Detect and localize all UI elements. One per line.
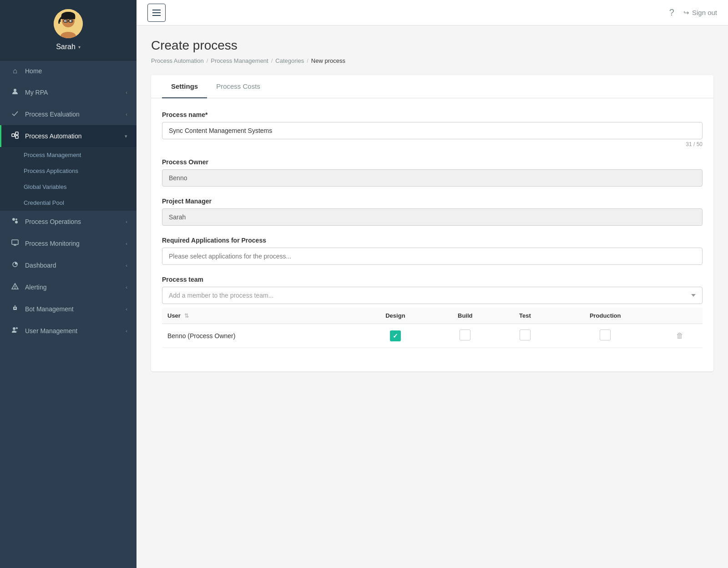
process-operations-icon bbox=[10, 217, 20, 226]
svg-point-31 bbox=[13, 327, 15, 330]
required-apps-input[interactable] bbox=[162, 248, 703, 265]
user-management-arrow-icon: ‹ bbox=[126, 328, 127, 334]
process-team-group: Process team Add a member to the process… bbox=[162, 276, 703, 348]
my-rpa-icon bbox=[10, 88, 20, 97]
signout-icon: ↪ bbox=[683, 9, 689, 17]
sidebar-sub-item-global-variables[interactable]: Global Variables bbox=[0, 179, 136, 195]
sidebar-item-user-management-label: User Management bbox=[25, 327, 120, 335]
signout-label: Sign out bbox=[692, 9, 717, 16]
tab-process-costs[interactable]: Process Costs bbox=[207, 75, 269, 98]
alerting-icon bbox=[10, 283, 20, 292]
breadcrumb-sep-2: / bbox=[271, 57, 273, 64]
table-row: Benno (Process Owner) bbox=[162, 324, 703, 348]
table-cell-build[interactable] bbox=[433, 324, 497, 348]
help-button[interactable]: ? bbox=[669, 7, 674, 18]
breadcrumb-current: New process bbox=[311, 57, 345, 64]
content-area: Create process Process Automation / Proc… bbox=[136, 25, 728, 568]
breadcrumb-item-categories[interactable]: Categories bbox=[275, 57, 304, 64]
sidebar-item-dashboard-label: Dashboard bbox=[25, 262, 120, 269]
table-header-test: Test bbox=[497, 308, 553, 324]
sidebar-item-bot-management[interactable]: Bot Management ‹ bbox=[0, 298, 136, 320]
process-name-char-count: 31 / 50 bbox=[162, 141, 703, 147]
table-cell-production[interactable] bbox=[553, 324, 657, 348]
required-apps-label: Required Applications for Process bbox=[162, 237, 703, 244]
sort-icon[interactable]: ⇅ bbox=[184, 313, 189, 319]
design-checkbox-checked[interactable] bbox=[390, 330, 401, 341]
tab-settings[interactable]: Settings bbox=[162, 75, 207, 98]
sidebar-sub-item-credential-pool[interactable]: Credential Pool bbox=[0, 195, 136, 211]
sidebar-item-process-automation[interactable]: Process Automation ▾ bbox=[0, 125, 136, 147]
page-title: Create process bbox=[151, 38, 713, 53]
sidebar-item-my-rpa-label: My RPA bbox=[25, 89, 120, 96]
form-body: Process name* 31 / 50 Process Owner Proj… bbox=[151, 98, 713, 371]
sidebar-item-alerting[interactable]: Alerting ‹ bbox=[0, 276, 136, 298]
home-icon: ⌂ bbox=[10, 67, 20, 75]
svg-point-32 bbox=[16, 327, 18, 329]
sidebar-item-process-monitoring[interactable]: Process Monitoring ‹ bbox=[0, 233, 136, 254]
delete-row-button[interactable]: 🗑 bbox=[676, 332, 683, 340]
sidebar-item-process-automation-label: Process Automation bbox=[25, 132, 119, 140]
breadcrumb-sep-3: / bbox=[307, 57, 308, 64]
user-name[interactable]: Sarah ▾ bbox=[56, 43, 81, 51]
avatar bbox=[54, 9, 83, 38]
sub-item-process-applications-label: Process Applications bbox=[24, 167, 78, 174]
breadcrumb-item-process-management[interactable]: Process Management bbox=[211, 57, 268, 64]
build-checkbox-empty[interactable] bbox=[460, 330, 470, 340]
sidebar-sub-item-process-management[interactable]: Process Management bbox=[0, 147, 136, 163]
sidebar-item-alerting-label: Alerting bbox=[25, 284, 120, 291]
table-cell-delete[interactable]: 🗑 bbox=[657, 324, 703, 348]
svg-rect-28 bbox=[15, 308, 16, 309]
user-name-text: Sarah bbox=[56, 43, 76, 51]
project-manager-group: Project Manager bbox=[162, 198, 703, 226]
sidebar-item-process-evaluation[interactable]: Process Evaluation ‹ bbox=[0, 103, 136, 125]
topbar: ? ↪ Sign out bbox=[136, 0, 728, 25]
table-header-design: Design bbox=[358, 308, 434, 324]
process-team-select[interactable]: Add a member to the process team... bbox=[162, 287, 703, 304]
sidebar-item-home[interactable]: ⌂ Home bbox=[0, 61, 136, 81]
svg-point-5 bbox=[66, 20, 67, 22]
svg-point-18 bbox=[15, 218, 17, 220]
sidebar-item-dashboard[interactable]: Dashboard ‹ bbox=[0, 254, 136, 276]
process-automation-arrow-icon: ▾ bbox=[125, 133, 127, 139]
test-checkbox-empty[interactable] bbox=[520, 330, 531, 340]
process-team-table: User ⇅ Design Build Test Production bbox=[162, 308, 703, 348]
production-checkbox-empty[interactable] bbox=[600, 330, 611, 340]
svg-point-10 bbox=[14, 89, 16, 91]
sidebar-sub-nav: Process Management Process Applications … bbox=[0, 147, 136, 211]
sub-item-global-variables-label: Global Variables bbox=[24, 183, 66, 190]
process-name-input[interactable] bbox=[162, 122, 703, 139]
table-cell-user: Benno (Process Owner) bbox=[162, 324, 358, 348]
process-evaluation-arrow-icon: ‹ bbox=[126, 112, 127, 117]
process-owner-group: Process Owner bbox=[162, 158, 703, 187]
project-manager-input bbox=[162, 208, 703, 226]
sub-item-process-management-label: Process Management bbox=[24, 152, 81, 158]
alerting-arrow-icon: ‹ bbox=[126, 284, 127, 290]
sidebar-item-home-label: Home bbox=[25, 67, 127, 75]
table-header-actions bbox=[657, 308, 703, 324]
sidebar-item-process-operations[interactable]: Process Operations ‹ bbox=[0, 211, 136, 233]
process-automation-icon bbox=[10, 132, 20, 141]
sidebar-item-user-management[interactable]: User Management ‹ bbox=[0, 320, 136, 342]
sidebar-sub-item-process-applications[interactable]: Process Applications bbox=[0, 163, 136, 179]
svg-point-30 bbox=[15, 305, 15, 306]
hamburger-button[interactable] bbox=[147, 4, 166, 22]
table-cell-design[interactable] bbox=[358, 324, 434, 348]
process-evaluation-icon bbox=[10, 110, 20, 119]
tabs: Settings Process Costs bbox=[151, 75, 713, 98]
bot-management-icon bbox=[10, 304, 20, 314]
required-apps-group: Required Applications for Process bbox=[162, 237, 703, 265]
sidebar-item-my-rpa[interactable]: My RPA ‹ bbox=[0, 81, 136, 103]
table-cell-test[interactable] bbox=[497, 324, 553, 348]
process-name-label: Process name* bbox=[162, 111, 703, 118]
svg-point-25 bbox=[15, 288, 15, 289]
svg-rect-12 bbox=[15, 132, 18, 135]
svg-line-15 bbox=[15, 135, 15, 137]
sidebar-header: Sarah ▾ bbox=[0, 0, 136, 61]
process-name-group: Process name* 31 / 50 bbox=[162, 111, 703, 147]
bot-management-arrow-icon: ‹ bbox=[126, 306, 127, 312]
signout-button[interactable]: ↪ Sign out bbox=[683, 9, 717, 17]
table-header-user: User ⇅ bbox=[162, 308, 358, 324]
breadcrumb-item-process-automation[interactable]: Process Automation bbox=[151, 57, 204, 64]
svg-line-14 bbox=[15, 133, 15, 135]
hamburger-icon bbox=[152, 10, 161, 16]
